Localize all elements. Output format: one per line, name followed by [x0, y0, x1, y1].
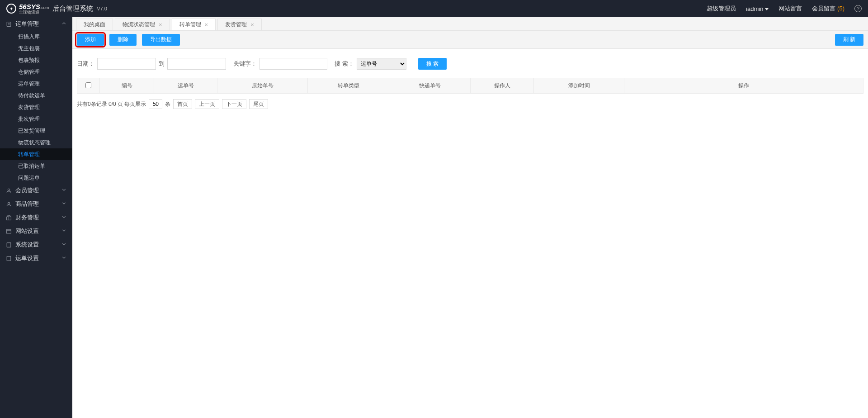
add-button[interactable]: 添加 — [77, 34, 104, 46]
tab-label: 我的桌面 — [84, 21, 105, 28]
delete-button[interactable]: 删除 — [109, 34, 137, 46]
chevron-down-icon — [61, 228, 67, 235]
svg-rect-10 — [7, 256, 11, 261]
search-type-select[interactable]: 运单号 — [357, 58, 406, 70]
col-waybill: 运单号 — [154, 78, 217, 94]
content: 日期： 到 关键字： 搜 索： 运单号 搜 索 — [72, 49, 868, 418]
date-from-input[interactable] — [97, 58, 156, 70]
sidebar-sub-scan-in[interactable]: 扫描入库 — [0, 31, 72, 43]
col-express: 快递单号 — [389, 78, 471, 94]
doc-icon — [5, 21, 12, 27]
sidebar-sub-waybill-mgmt[interactable]: 运单管理 — [0, 78, 72, 90]
toolbar: 添加 删除 导出数据 刷 新 — [72, 31, 868, 49]
sidebar-sub-shipped[interactable]: 已发货管理 — [0, 125, 72, 137]
select-all-checkbox[interactable] — [85, 82, 91, 88]
tab-logistics-status[interactable]: 物流状态管理 × — [115, 19, 170, 30]
sidebar-sub-problem[interactable]: 问题运单 — [0, 172, 72, 184]
date-to-input[interactable] — [167, 58, 226, 70]
chevron-up-icon — [61, 20, 67, 28]
sidebar-item-label: 会员管理 — [15, 186, 39, 195]
sidebar-item-label: 系统设置 — [15, 241, 39, 249]
sidebar-item-member[interactable]: 会员管理 — [0, 184, 72, 197]
date-label: 日期： — [77, 60, 94, 68]
sidebar-item-product[interactable]: 商品管理 — [0, 197, 72, 211]
svg-rect-9 — [7, 242, 11, 247]
keyword-input[interactable] — [259, 58, 327, 70]
logo-tag: 全球物流通 — [19, 10, 49, 14]
col-addtime: 添加时间 — [534, 78, 624, 94]
logo-suffix: .com — [40, 5, 49, 10]
tab-ship[interactable]: 发货管理 × — [217, 19, 262, 30]
sidebar-sub-ship[interactable]: 发货管理 — [0, 101, 72, 113]
sidebar-item-finance[interactable]: 财务管理 — [0, 211, 72, 224]
close-icon[interactable]: × — [205, 21, 208, 28]
close-icon[interactable]: × — [250, 21, 254, 28]
member-message-count: (5) — [837, 5, 844, 12]
search-button[interactable]: 搜 索 — [418, 58, 447, 70]
col-operator: 操作人 — [471, 78, 534, 94]
member-message-link[interactable]: 会员留言 (5) — [812, 5, 844, 13]
user-icon — [5, 201, 12, 207]
header: ✦ 56SYS.com 全球物流通 后台管理系统 V7.0 超级管理员 iadm… — [0, 0, 868, 17]
sidebar-item-site-settings[interactable]: 网站设置 — [0, 224, 72, 238]
table-header-row: 编号 运单号 原始单号 转单类型 快递单号 操作人 添加时间 操作 — [77, 78, 863, 94]
sidebar-item-label: 商品管理 — [15, 200, 39, 208]
sidebar-sub-pending-pay[interactable]: 待付款运单 — [0, 90, 72, 101]
main: 我的桌面 物流状态管理 × 转单管理 × 发货管理 × 添加 删除 — [72, 17, 868, 418]
chevron-down-icon — [61, 241, 67, 248]
sidebar-sub-forecast[interactable]: 包裹预报 — [0, 54, 72, 66]
tab-label: 发货管理 — [225, 21, 247, 28]
logo-icon: ✦ — [6, 4, 16, 14]
sidebar-item-waybill-settings[interactable]: 运单设置 — [0, 252, 72, 265]
sidebar-item-system-settings[interactable]: 系统设置 — [0, 238, 72, 252]
site-message-link[interactable]: 网站留言 — [778, 5, 802, 13]
last-page-button[interactable]: 尾页 — [249, 99, 268, 109]
page-size-input[interactable] — [149, 99, 162, 109]
first-page-button[interactable]: 首页 — [173, 99, 192, 109]
prev-page-button[interactable]: 上一页 — [195, 99, 219, 109]
sidebar-sub-batch[interactable]: 批次管理 — [0, 113, 72, 125]
sidebar-item-waybill[interactable]: 运单管理 — [0, 17, 72, 31]
sidebar: 运单管理 扫描入库 无主包裹 包裹预报 仓储管理 运单管理 待付款运单 发货管理… — [0, 17, 72, 418]
user-dropdown[interactable]: iadmin — [746, 5, 769, 12]
sidebar-sub-cancelled[interactable]: 已取消运单 — [0, 160, 72, 172]
svg-point-3 — [8, 189, 9, 190]
tab-label: 转单管理 — [179, 21, 201, 28]
sidebar-item-label: 网站设置 — [15, 227, 39, 235]
gift-icon — [5, 214, 12, 221]
help-icon[interactable]: ? — [854, 5, 862, 12]
header-right: 超级管理员 iadmin 网站留言 会员留言 (5) ? — [707, 5, 862, 13]
sidebar-sub-transfer[interactable]: 转单管理 — [0, 148, 72, 160]
logo-main: 56SYS — [19, 3, 40, 10]
col-checkbox — [77, 78, 100, 94]
page-size-unit: 条 — [165, 100, 170, 108]
doc-icon — [5, 242, 12, 248]
header-title: 后台管理系统 — [52, 5, 93, 13]
refresh-button[interactable]: 刷 新 — [835, 34, 863, 46]
user-icon — [5, 187, 12, 194]
logo: ✦ 56SYS.com 全球物流通 — [6, 3, 49, 14]
export-button[interactable]: 导出数据 — [142, 34, 180, 46]
pagination: 共有0条记录 0/0 页 每页展示 条 首页 上一页 下一页 尾页 — [77, 99, 863, 109]
tab-desktop[interactable]: 我的桌面 — [76, 19, 113, 30]
sidebar-item-label: 运单设置 — [15, 254, 39, 262]
sidebar-sub-storage[interactable]: 仓储管理 — [0, 66, 72, 78]
tab-label: 物流状态管理 — [123, 21, 155, 28]
chevron-down-icon — [61, 187, 67, 194]
close-icon[interactable]: × — [159, 21, 162, 28]
sidebar-sub-unowned[interactable]: 无主包裹 — [0, 43, 72, 54]
sidebar-sub-logistics-status[interactable]: 物流状态管理 — [0, 137, 72, 148]
col-id: 编号 — [100, 78, 154, 94]
chevron-down-icon — [61, 200, 67, 208]
chevron-down-icon — [765, 8, 769, 10]
svg-point-4 — [8, 202, 9, 204]
next-page-button[interactable]: 下一页 — [222, 99, 246, 109]
col-type: 转单类型 — [308, 78, 389, 94]
chevron-down-icon — [61, 214, 67, 221]
col-ops: 操作 — [624, 78, 863, 94]
layout-icon — [5, 228, 12, 234]
sidebar-item-label: 运单管理 — [15, 20, 39, 28]
tab-transfer[interactable]: 转单管理 × — [172, 19, 216, 30]
data-table: 编号 运单号 原始单号 转单类型 快递单号 操作人 添加时间 操作 — [77, 78, 863, 94]
tab-bar: 我的桌面 物流状态管理 × 转单管理 × 发货管理 × — [72, 17, 868, 31]
